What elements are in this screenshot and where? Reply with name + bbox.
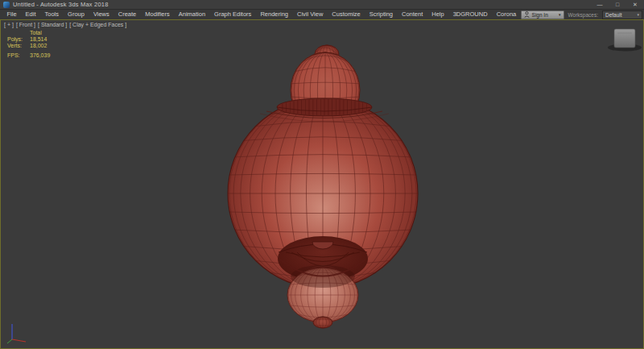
stats-fps-label: FPS: — [7, 52, 20, 58]
model-bottom-ball[interactable] — [287, 265, 358, 324]
account-area: Sign In ▾ Workspaces: Default ▾ — [521, 10, 642, 19]
menu-item-help[interactable]: Help — [427, 10, 448, 19]
chevron-down-icon: ▾ — [559, 12, 561, 17]
menu-item-create[interactable]: Create — [114, 10, 141, 19]
stats-fps-value: 376,039 — [30, 52, 50, 58]
window-title: Untitled - Autodesk 3ds Max 2018 — [13, 1, 109, 8]
stats-total-header: Total — [30, 30, 42, 35]
viewport[interactable]: [ + ] [ Front ] [ Standard ] [ Clay + Ed… — [0, 19, 644, 349]
viewport-canvas[interactable] — [1, 20, 643, 348]
viewport-menu-renderer[interactable]: [ Standard ] — [38, 22, 67, 27]
workspace-select[interactable]: Default ▾ — [602, 10, 642, 19]
maximize-button[interactable]: □ — [609, 0, 626, 10]
viewport-label: [ + ] [ Front ] [ Standard ] [ Clay + Ed… — [4, 22, 126, 27]
menu-item-scripting[interactable]: Scripting — [365, 10, 397, 19]
sign-in-label: Sign In — [532, 12, 548, 18]
sign-in-button[interactable]: Sign In ▾ — [521, 10, 564, 19]
title-bar: Untitled - Autodesk 3ds Max 2018 — □ ✕ — [0, 0, 644, 10]
close-button[interactable]: ✕ — [626, 0, 644, 10]
viewport-menu-pov[interactable]: [ Front ] — [16, 22, 35, 27]
menu-item-graph-editors[interactable]: Graph Editors — [210, 10, 256, 19]
chevron-down-icon: ▾ — [637, 12, 639, 17]
menu-item-group[interactable]: Group — [64, 10, 89, 19]
menu-item-edit[interactable]: Edit — [21, 10, 40, 19]
minimize-button[interactable]: — — [591, 0, 609, 10]
workspace-value: Default — [605, 12, 622, 18]
user-icon — [524, 11, 530, 18]
stats-verts-value: 18,002 — [30, 43, 47, 48]
menu-item-file[interactable]: File — [2, 10, 21, 19]
menu-item-views[interactable]: Views — [89, 10, 114, 19]
menu-item-rendering[interactable]: Rendering — [256, 10, 293, 19]
stats-polys-value: 18,514 — [30, 36, 47, 42]
menu-item-civil-view[interactable]: Civil View — [292, 10, 327, 19]
menu-item-content[interactable]: Content — [397, 10, 427, 19]
scene-object-gray-box[interactable] — [614, 29, 635, 48]
viewport-menu-shading[interactable]: [ Clay + Edged Faces ] — [69, 22, 126, 27]
menu-item-customize[interactable]: Customize — [328, 10, 365, 19]
stats-verts-label: Verts: — [7, 43, 22, 48]
menu-item-animation[interactable]: Animation — [174, 10, 209, 19]
menu-item-tools[interactable]: Tools — [40, 10, 64, 19]
menu-item-corona[interactable]: Corona — [492, 10, 521, 19]
axis-tripod-icon — [7, 324, 26, 343]
window-controls: — □ ✕ — [591, 0, 644, 10]
menu-item-3dground[interactable]: 3DGROUND — [448, 10, 492, 19]
viewport-menu-general[interactable]: [ + ] — [4, 22, 14, 27]
menu-item-modifiers[interactable]: Modifiers — [141, 10, 174, 19]
stats-polys-label: Polys: — [7, 36, 23, 42]
model-bottom-knob[interactable] — [313, 317, 332, 328]
workspaces-label: Workspaces: — [568, 12, 598, 18]
3ds-max-logo-icon — [3, 2, 10, 8]
